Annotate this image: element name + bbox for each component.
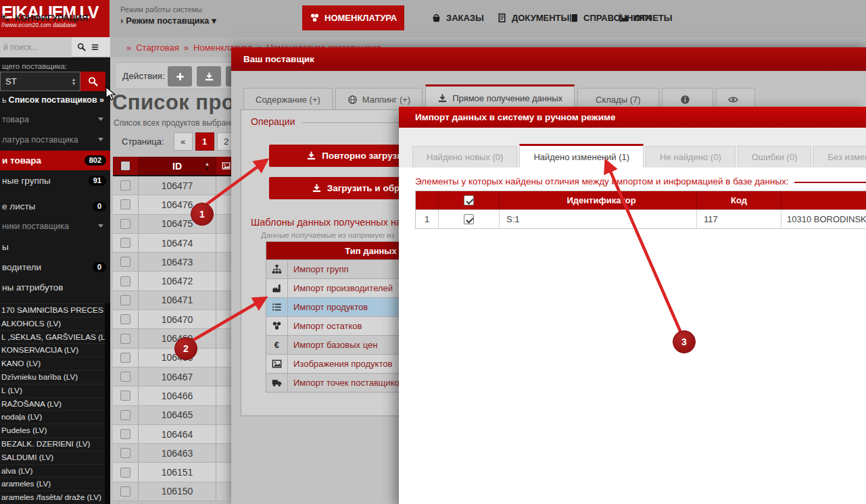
sidebar-menu-row[interactable]: ные группы 91 xyxy=(0,171,110,191)
row-checkbox[interactable] xyxy=(120,314,130,324)
id-column-header[interactable]: ID ▲ ▼ xyxy=(139,157,216,175)
sidebar-menu-label: латура поставщика xyxy=(2,135,78,145)
row-checkbox[interactable] xyxy=(120,219,130,229)
add-button[interactable] xyxy=(168,66,192,86)
row-checkbox[interactable] xyxy=(120,448,130,458)
category-item[interactable]: L (LV) xyxy=(0,384,105,397)
sidebar-menu-label: ны аттрибутов xyxy=(2,282,63,293)
row-checkbox[interactable] xyxy=(120,429,130,439)
sidebar-menu-row[interactable]: водители 0 xyxy=(0,257,110,277)
cubes-icon xyxy=(266,317,288,335)
select-all-checkbox[interactable] xyxy=(464,195,474,205)
tab-label: Склады (7) xyxy=(596,95,640,105)
row-checkbox[interactable] xyxy=(120,410,130,420)
actions-label: Действия: xyxy=(122,71,165,81)
import-result-tab[interactable]: Не найдено (0) xyxy=(646,146,736,168)
templates-subtext: Данные получаемые из напрямую из xyxy=(261,231,395,239)
row-checkbox[interactable] xyxy=(120,238,130,248)
nav-item[interactable]: НОМЕНКЛАТУРА xyxy=(302,5,404,30)
euro-icon xyxy=(266,336,288,354)
sidebar-menu-row[interactable]: латура поставщика xyxy=(0,130,110,149)
eye-icon xyxy=(728,95,738,105)
category-item[interactable]: RAŽOŠANA (LV) xyxy=(0,397,105,411)
row-checkbox[interactable] xyxy=(120,353,130,363)
row-checkbox[interactable] xyxy=(120,199,130,209)
category-item[interactable]: Pudeles (LV) xyxy=(0,424,105,437)
nav-item[interactable]: ДОКУМЕНТЫ xyxy=(497,5,569,30)
import-modal-body: Элементы у которых найдены отличия между… xyxy=(399,168,866,504)
download-button[interactable] xyxy=(197,66,221,86)
chart-icon xyxy=(619,13,629,23)
category-item[interactable]: L ,SĒKLAS, GARŠVIELAS (LV) xyxy=(0,330,105,344)
product-id: 106151 xyxy=(139,463,216,481)
nav-item-label: КОНФИГУРАЦИЯ xyxy=(15,13,88,23)
sort-icon[interactable]: ▲ ▼ xyxy=(205,161,210,171)
supplier-modal-tab[interactable]: Содержание (+) xyxy=(243,88,333,110)
category-item[interactable]: KONSERVACIJA (LV) xyxy=(0,343,105,357)
row-checkbox[interactable] xyxy=(120,468,130,478)
category-item[interactable]: KANO (LV) xyxy=(0,357,105,370)
import-result-tab[interactable]: Без измене xyxy=(813,146,866,168)
row-checkbox[interactable] xyxy=(464,214,474,224)
row-checkbox[interactable] xyxy=(120,257,130,267)
app-window: EIKALIEM.LV //www.ecom20.com database Ре… xyxy=(0,0,866,504)
count-badge: 91 xyxy=(89,176,106,186)
supplier-search-button[interactable] xyxy=(80,72,105,91)
menu-icon[interactable]: ≡ xyxy=(91,41,99,53)
row-checkbox[interactable] xyxy=(120,180,130,191)
category-item[interactable]: 170 SAIMNICĪBAS PRECES (LV) xyxy=(0,303,105,317)
sidebar-categories: 170 SAIMNICĪBAS PRECES (LV) ALKOHOLS (LV… xyxy=(0,303,105,504)
category-item[interactable]: ALKOHOLS (LV) xyxy=(0,317,105,330)
tab-label: Содержание (+) xyxy=(256,95,320,105)
import-result-tab[interactable]: Найдено новых (0) xyxy=(412,146,517,168)
sidebar-menu-row[interactable]: ники поставщика xyxy=(0,217,110,235)
import-result-tab[interactable]: Найдено изменений (1) xyxy=(519,144,644,168)
nav-item[interactable]: ОТЧЕТЫ xyxy=(619,5,673,30)
sidebar-menu-row[interactable]: и товара 802 xyxy=(0,151,110,170)
search-input[interactable] xyxy=(0,37,72,57)
category-item[interactable]: Dzīvnieku barība (LV) xyxy=(0,370,105,384)
change-row[interactable]: 1 S:1 117 10310 BORODINSKIJ xyxy=(416,209,866,228)
sidebar-menu-row[interactable]: е листы 0 xyxy=(0,197,110,216)
row-checkbox[interactable] xyxy=(120,486,130,497)
row-checkbox[interactable] xyxy=(120,372,130,382)
select-arrows-icon: ▴ ▾ xyxy=(72,78,75,86)
import-modal-title: Импорт данных в систему в ручном режиме xyxy=(399,107,866,128)
row-code: 117 xyxy=(697,210,781,228)
nav-item[interactable]: ЗАКАЗЫ xyxy=(431,5,484,30)
category-item[interactable]: arameles (LV) xyxy=(0,477,105,490)
sidebar-menu-row[interactable]: ы xyxy=(0,237,110,257)
page-label: Страница: xyxy=(122,136,164,147)
sidebar-scrollbar[interactable] xyxy=(105,303,110,504)
select-all-checkbox[interactable] xyxy=(120,161,130,171)
nav-item-label: НОМЕНКЛАТУРА xyxy=(324,13,397,23)
download-icon xyxy=(312,183,322,193)
row-checkbox[interactable] xyxy=(120,390,130,401)
info-icon xyxy=(680,95,690,105)
product-id: 106471 xyxy=(139,291,216,309)
category-item[interactable]: arameles /fasēta/ draže (LV) xyxy=(0,490,105,504)
nav-item[interactable]: КОНФИГУРАЦИЯ xyxy=(0,5,88,30)
row-checkbox[interactable] xyxy=(120,334,130,344)
row-checkbox[interactable] xyxy=(120,295,130,305)
import-result-tab[interactable]: Ошибки (0) xyxy=(738,146,812,168)
count-badge: 0 xyxy=(93,201,106,211)
sidebar-menu-row[interactable]: товара xyxy=(0,110,110,128)
download-icon xyxy=(306,151,316,161)
supplier-select[interactable]: ST ▴ ▾ xyxy=(0,72,80,91)
sidebar-menu-row[interactable]: ны аттрибутов xyxy=(0,278,110,297)
gears-icon xyxy=(0,13,10,23)
category-item[interactable]: alva (LV) xyxy=(0,464,105,478)
page-button[interactable]: « xyxy=(174,132,193,151)
templates-heading: Шаблоны данных полученных на xyxy=(251,217,402,228)
chevron-down-icon xyxy=(98,224,103,228)
row-checkbox[interactable] xyxy=(120,276,130,286)
suppliers-list-link[interactable]: Список поставщиков » xyxy=(9,95,104,105)
sidebar-menu-label: ники поставщика xyxy=(2,222,69,231)
category-item[interactable]: SALDUMI (LV) xyxy=(0,451,105,464)
breadcrumb-item[interactable]: » Стартовая xyxy=(122,43,179,53)
category-item[interactable]: BEZALK. DZERIENI (LV) xyxy=(0,437,105,451)
search-icon[interactable] xyxy=(77,43,86,51)
page-button[interactable]: 1 xyxy=(195,132,214,151)
category-item[interactable]: nodaļa (LV) xyxy=(0,410,105,424)
